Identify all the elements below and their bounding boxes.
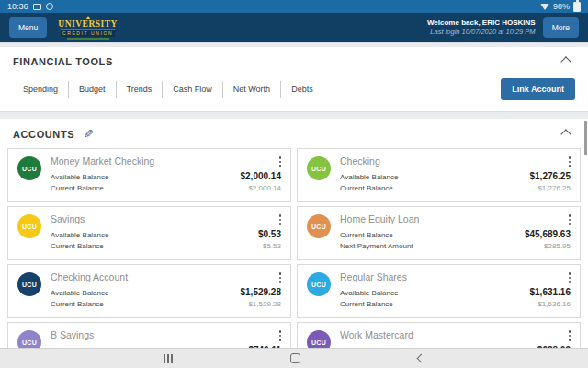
- accounts-panel: ACCOUNTS ✎ UCU Money Market Checking Ava…: [0, 119, 588, 368]
- row1-label: Current Balance: [340, 230, 393, 241]
- row2-label: Current Balance: [51, 241, 104, 252]
- account-name: B Savings: [51, 329, 281, 340]
- financial-tools-panel: FINANCIAL TOOLS SpendingBudgetTrendsCash…: [0, 47, 588, 112]
- tab-cash-flow[interactable]: Cash Flow: [163, 81, 223, 98]
- row2-value: $5.53: [263, 241, 281, 252]
- menu-button[interactable]: Menu: [9, 17, 47, 38]
- account-name: Home Equity Loan: [340, 213, 571, 224]
- back-icon: [416, 354, 425, 363]
- row1-label: Available Balance: [340, 172, 398, 183]
- account-name: Checking: [340, 155, 571, 167]
- recent-apps-button[interactable]: [164, 349, 173, 368]
- ucu-logo: UNIVERSITY CREDIT UNION: [58, 16, 118, 40]
- row2-value: $1,636.16: [537, 299, 571, 310]
- account-badge: UCU: [17, 156, 41, 180]
- kebab-menu-icon[interactable]: [565, 154, 575, 170]
- kebab-menu-icon[interactable]: [565, 212, 575, 228]
- kebab-menu-icon[interactable]: [276, 328, 286, 344]
- tab-trends[interactable]: Trends: [117, 81, 164, 98]
- row1-label: Available Balance: [51, 230, 108, 241]
- tab-debts[interactable]: Debts: [281, 81, 323, 98]
- screenshot-icon: [33, 4, 41, 10]
- row2-label: Next Payment Amount: [340, 241, 413, 252]
- last-login-text: Last login 10/07/2020 at 10:29 PM: [427, 28, 536, 37]
- account-card[interactable]: UCU Savings Available Balance $0.53 Curr…: [7, 206, 291, 260]
- tab-budget[interactable]: Budget: [69, 81, 117, 98]
- account-card[interactable]: UCU Home Equity Loan Current Balance $45…: [297, 206, 581, 260]
- row2-label: Current Balance: [340, 183, 393, 194]
- link-account-button[interactable]: Link Account: [501, 78, 575, 100]
- more-button[interactable]: More: [543, 17, 579, 38]
- account-card[interactable]: UCU Checking Account Available Balance $…: [7, 264, 291, 318]
- row2-value: $285.95: [544, 241, 571, 252]
- row1-value: $1,631.16: [530, 285, 571, 299]
- app-header: Menu UNIVERSITY CREDIT UNION Welcome bac…: [0, 13, 588, 43]
- account-badge: UCU: [17, 214, 41, 238]
- home-icon: [290, 353, 300, 363]
- row1-value: $0.53: [258, 227, 281, 241]
- account-name: Work Mastercard: [340, 329, 571, 340]
- row1-value: $45,689.63: [525, 227, 571, 241]
- account-badge: UCU: [307, 272, 331, 296]
- row1-label: Available Balance: [51, 288, 108, 299]
- row2-label: Current Balance: [51, 183, 104, 194]
- scrollbar-thumb[interactable]: [584, 121, 587, 155]
- status-bar: 10:36 98%: [0, 0, 588, 13]
- row2-value: $2,000.14: [248, 183, 281, 194]
- financial-tools-title: FINANCIAL TOOLS: [13, 56, 113, 67]
- account-card[interactable]: UCU Checking Available Balance $1,276.25…: [297, 148, 581, 202]
- accounts-grid: UCU Money Market Checking Available Bala…: [0, 140, 588, 368]
- logo-tagline-bar: [67, 38, 109, 40]
- back-button[interactable]: [418, 349, 424, 368]
- account-name: Money Market Checking: [51, 155, 281, 167]
- clock-time: 10:36: [7, 2, 28, 11]
- logo-credit-union: CREDIT UNION: [61, 29, 115, 37]
- account-card[interactable]: UCU Regular Shares Available Balance $1,…: [297, 264, 581, 318]
- kebab-menu-icon[interactable]: [565, 270, 575, 286]
- edit-pencil-icon[interactable]: ✎: [84, 128, 94, 140]
- battery-percent: 98%: [553, 2, 570, 11]
- tab-spending[interactable]: Spending: [13, 81, 69, 98]
- account-name: Checking Account: [51, 271, 281, 282]
- collapse-chevron-icon[interactable]: [560, 129, 571, 139]
- row1-label: Available Balance: [340, 288, 398, 299]
- account-name: Savings: [51, 213, 281, 224]
- kebab-menu-icon[interactable]: [276, 270, 286, 286]
- wifi-icon: [540, 4, 549, 10]
- logo-university: UNIVERSITY: [58, 20, 118, 29]
- row1-label: Available Balance: [51, 172, 108, 183]
- recent-apps-icon: [164, 354, 173, 363]
- home-button[interactable]: [290, 349, 300, 368]
- row2-value: $1,529.28: [248, 299, 281, 310]
- row2-value: $1,276.25: [537, 183, 571, 194]
- kebab-menu-icon[interactable]: [276, 154, 286, 170]
- welcome-block: Welcome back, ERIC HOSKINS Last login 10…: [427, 18, 536, 38]
- kebab-menu-icon[interactable]: [276, 212, 286, 228]
- account-badge: UCU: [17, 272, 41, 296]
- financial-tools-tabs: SpendingBudgetTrendsCash FlowNet WorthDe…: [13, 81, 323, 98]
- tab-net-worth[interactable]: Net Worth: [223, 81, 281, 98]
- row1-value: $1,276.25: [530, 169, 571, 183]
- row1-value: $2,000.14: [241, 169, 282, 183]
- collapse-chevron-icon[interactable]: [560, 56, 571, 66]
- welcome-text: Welcome back, ERIC HOSKINS: [427, 18, 536, 29]
- notification-icon: [46, 3, 53, 10]
- row2-label: Current Balance: [340, 299, 393, 310]
- account-name: Regular Shares: [340, 271, 571, 282]
- row1-value: $1,529.28: [241, 285, 282, 299]
- account-card[interactable]: UCU Money Market Checking Available Bala…: [7, 148, 291, 202]
- row2-label: Current Balance: [51, 299, 104, 310]
- accounts-title: ACCOUNTS: [13, 129, 74, 140]
- kebab-menu-icon[interactable]: [565, 328, 575, 344]
- android-nav-bar: [0, 348, 588, 368]
- battery-icon: [573, 2, 581, 12]
- account-badge: UCU: [307, 214, 331, 238]
- account-badge: UCU: [307, 156, 331, 180]
